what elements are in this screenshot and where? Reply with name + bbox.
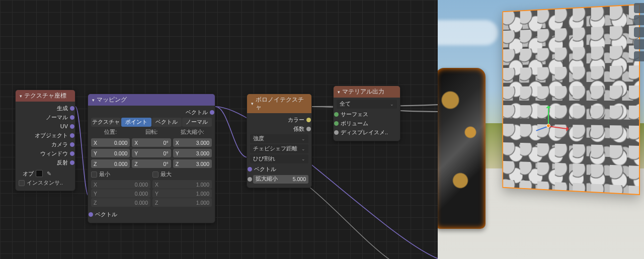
node-header[interactable]: ▾ ボロノイテクスチャ [247, 94, 311, 113]
min-z[interactable]: Z0.000 [91, 198, 150, 207]
viewport-tool-icon[interactable] [634, 51, 644, 61]
location-y[interactable]: Y0.000 [91, 149, 130, 157]
scale-field[interactable]: 拡大縮小5.000 [253, 175, 308, 184]
node-title: テクスチャ座標 [24, 92, 66, 100]
min-x[interactable]: X0.000 [91, 180, 150, 189]
output-camera: カメラ [19, 140, 72, 149]
location-x[interactable]: X0.000 [91, 138, 130, 147]
object-picker-row: オブ ✎ [19, 169, 72, 178]
collapse-icon[interactable]: ▾ [20, 94, 22, 99]
rotation-y[interactable]: Y0° [132, 149, 171, 157]
from-instancer-checkbox[interactable]: インスタンサ.. [19, 180, 72, 187]
input-displacement: ディスプレイスメ.. [337, 128, 397, 137]
use-min-checkbox[interactable]: 最小 [91, 171, 150, 178]
material-preview-plane[interactable] [502, 4, 640, 195]
output-color: カラー [250, 115, 308, 124]
max-x[interactable]: X1.000 [152, 180, 212, 189]
mapping-type-tabs: テクスチャ ポイント ベクトル ノーマル [91, 118, 212, 127]
node-title: ボロノイテクスチャ [256, 96, 307, 111]
node-title: マテリアル出力 [342, 88, 384, 96]
min-y[interactable]: Y0.000 [91, 189, 150, 198]
output-window: ウィンドウ [19, 149, 72, 158]
input-vector: ベクトル [250, 164, 308, 174]
location-z[interactable]: Z0.000 [91, 159, 130, 168]
tab-texture[interactable]: テクスチャ [91, 118, 121, 127]
viewport-tool-icon[interactable] [634, 27, 644, 37]
output-fac: 係数 [250, 124, 308, 133]
node-header[interactable]: ▾ マッピング [88, 94, 215, 106]
target-select[interactable]: 全て⌄ [337, 100, 397, 109]
input-surface: サーフェス [337, 110, 397, 119]
collapse-icon[interactable]: ▾ [338, 90, 340, 95]
checkbox-label: インスタンサ.. [27, 180, 63, 187]
tab-point[interactable]: ポイント [121, 118, 151, 127]
col-location: 位置: [91, 129, 130, 136]
col-rotation: 回転: [132, 129, 171, 136]
viewport-tool-icon[interactable] [634, 15, 644, 25]
object-swatch[interactable] [36, 170, 43, 177]
max-z[interactable]: Z1.000 [152, 198, 212, 207]
node-editor[interactable]: ▾ テクスチャ座標 生成 ノーマル UV オブジェクト カメラ ウィンドウ 反射… [0, 0, 438, 259]
collapse-icon[interactable]: ▾ [92, 98, 95, 103]
rotation-x[interactable]: X0° [132, 138, 171, 147]
chevron-down-icon: ⌄ [301, 136, 305, 141]
sky-clouds [438, 20, 498, 45]
viewport-tool-icon[interactable] [634, 3, 644, 13]
chevron-down-icon: ⌄ [301, 156, 305, 161]
viewport-tool-icon[interactable] [634, 39, 644, 49]
output-vector: ベクトル [91, 108, 212, 117]
node-header[interactable]: ▾ マテリアル出力 [334, 86, 400, 98]
col-scale: 拡大縮小: [173, 129, 212, 136]
eyedropper-icon[interactable]: ✎ [45, 169, 53, 178]
object-label: オブ [23, 170, 34, 178]
input-vector: ベクトル [91, 210, 212, 219]
feature-select[interactable]: ひび割れ⌄ [250, 154, 308, 163]
output-object: オブジェクト [19, 131, 72, 140]
use-max-checkbox[interactable]: 最大 [152, 171, 212, 178]
max-y[interactable]: Y1.000 [152, 189, 212, 198]
output-reflection: 反射 [19, 158, 72, 167]
distance-select[interactable]: チェビシェフ距離⌄ [250, 144, 308, 153]
node-header[interactable]: ▾ テクスチャ座標 [16, 90, 75, 102]
node-voronoi-texture[interactable]: ▾ ボロノイテクスチャ カラー 係数 強度⌄ チェビシェフ距離⌄ ひび割れ⌄ ベ… [247, 94, 312, 188]
input-volume: ボリューム [337, 119, 397, 128]
scale-y[interactable]: Y3.000 [173, 149, 212, 157]
viewport-3d[interactable] [438, 0, 644, 259]
scale-z[interactable]: Z3.000 [173, 159, 212, 168]
collapse-icon[interactable]: ▾ [251, 101, 254, 106]
chevron-down-icon: ⌄ [390, 102, 394, 107]
chevron-down-icon: ⌄ [301, 146, 305, 151]
checkbox-box[interactable] [19, 180, 25, 186]
tab-vector[interactable]: ベクトル [152, 118, 182, 127]
input-scale-row: 拡大縮小5.000 [250, 175, 308, 184]
robot-mesh[interactable] [438, 68, 486, 229]
node-title: マッピング [97, 96, 127, 104]
output-generated: 生成 [19, 104, 72, 113]
node-texture-coordinate[interactable]: ▾ テクスチャ座標 生成 ノーマル UV オブジェクト カメラ ウィンドウ 反射… [15, 90, 75, 191]
node-material-output[interactable]: ▾ マテリアル出力 全て⌄ サーフェス ボリューム ディスプレイスメ.. [333, 85, 400, 141]
tab-normal[interactable]: ノーマル [182, 118, 212, 127]
rotation-z[interactable]: Z0° [132, 159, 171, 168]
coloring-select[interactable]: 強度⌄ [250, 134, 308, 143]
scale-x[interactable]: X3.000 [173, 138, 212, 147]
output-uv: UV [19, 122, 72, 131]
output-normal: ノーマル [19, 113, 72, 122]
node-mapping[interactable]: ▾ マッピング ベクトル テクスチャ ポイント ベクトル ノーマル 位置: 回転… [88, 94, 215, 223]
